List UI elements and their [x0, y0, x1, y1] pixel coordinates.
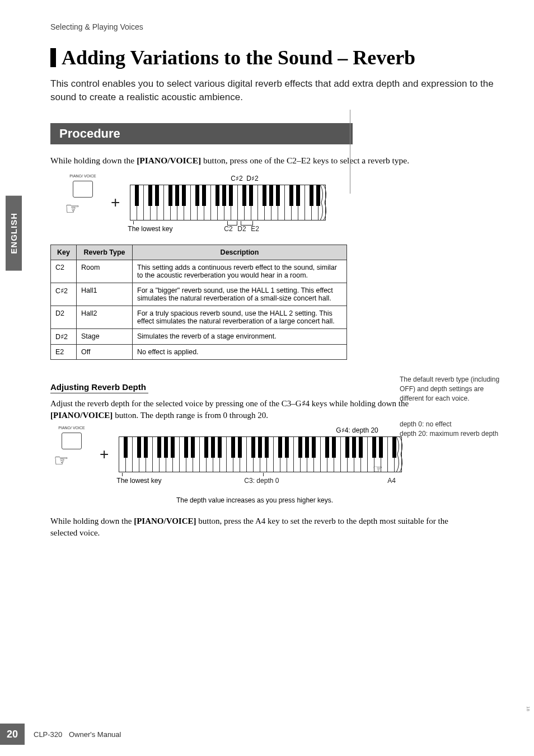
keyboard-break-icon — [319, 182, 329, 223]
white-key — [198, 185, 204, 220]
white-key — [166, 437, 173, 472]
side-note-2: depth 0: no effect depth 20: maximum rev… — [400, 420, 500, 439]
white-key — [204, 185, 211, 220]
white-key — [334, 437, 341, 472]
cell-desc: Simulates the reverb of a stage environm… — [133, 329, 347, 345]
cell-type: Hall2 — [77, 306, 133, 329]
cell-key: D2 — [51, 306, 77, 329]
white-key — [258, 185, 265, 220]
white-key — [280, 437, 287, 472]
lowest-key-label: The lowest key — [128, 225, 172, 233]
cell-key: C♯2 — [51, 283, 77, 306]
procedure-post: button, press one of the C2–E2 keys to s… — [201, 156, 409, 165]
button-box-icon — [73, 181, 93, 198]
white-key — [301, 437, 307, 472]
button-small-label: PIANO/ VOICE — [68, 174, 98, 178]
procedure-pre: While holding down the — [50, 156, 137, 165]
white-key — [191, 185, 198, 220]
cell-key: C2 — [51, 260, 77, 283]
white-key — [274, 437, 280, 472]
white-key — [327, 437, 334, 472]
white-key — [233, 437, 240, 472]
label-e2: E2 — [251, 225, 259, 233]
white-key — [220, 437, 227, 472]
white-key — [251, 185, 258, 220]
white-key — [184, 185, 191, 220]
white-key — [193, 437, 200, 472]
white-key — [231, 185, 238, 220]
plus-icon-2: + — [100, 445, 109, 463]
white-key — [139, 437, 146, 472]
procedure-btn: [PIANO/VOICE] — [137, 156, 201, 165]
white-key — [265, 185, 271, 220]
th-desc: Description — [133, 245, 347, 260]
table-row: C♯2Hall1For a "bigger" reverb sound, use… — [51, 283, 347, 306]
label-csharp2: C♯2 — [231, 175, 242, 182]
depth-text: Adjust the reverb depth for the selected… — [50, 398, 453, 421]
label-d2: D2 — [237, 225, 246, 233]
cell-key: D♯2 — [51, 329, 77, 345]
white-key — [146, 437, 153, 472]
white-key — [200, 437, 207, 472]
cell-desc: For a truly spacious reverb sound, use t… — [133, 306, 347, 329]
depth-btn: [PIANO/VOICE] — [50, 411, 113, 420]
white-key — [307, 437, 314, 472]
white-key — [354, 437, 361, 472]
white-key — [245, 185, 251, 220]
hand-icon-a4: ☞ — [373, 462, 383, 476]
white-key — [247, 437, 254, 472]
model-name: CLP-320 — [34, 730, 62, 739]
table-row: C2RoomThis setting adds a continuous rev… — [51, 260, 347, 283]
white-key — [267, 437, 274, 472]
post-figure-text: While holding down the [PIANO/VOICE] but… — [50, 515, 453, 539]
white-key — [271, 185, 278, 220]
side-column: The default reverb type (including OFF) … — [400, 375, 500, 456]
white-key — [211, 185, 218, 220]
white-key — [254, 437, 260, 472]
tick — [133, 221, 134, 224]
depth-caption: The depth value increases as you press h… — [104, 496, 406, 504]
th-type: Reverb Type — [77, 245, 133, 260]
page-title: Adding Variations to the Sound – Reverb — [62, 46, 415, 69]
white-key — [157, 185, 164, 220]
keyboard-diagram-1 — [130, 185, 326, 220]
cell-desc: No effect is applied. — [133, 345, 347, 360]
side-note-1: The default reverb type (including OFF) … — [400, 375, 500, 403]
tick-c3 — [263, 473, 264, 476]
keyboard-figure-1: PIANO/ VOICE ☞ + C♯2 D♯2 The lowest key … — [62, 177, 500, 228]
hand-icon: ☞ — [65, 199, 80, 218]
white-key — [186, 437, 193, 472]
reverb-table: Key Reverb Type Description C2RoomThis s… — [50, 245, 347, 360]
white-key — [227, 437, 233, 472]
hand-icon-2: ☞ — [54, 450, 69, 470]
white-key — [180, 437, 186, 472]
tick — [122, 473, 123, 476]
white-key — [238, 185, 245, 220]
depth-underline — [50, 393, 148, 393]
white-key — [314, 437, 321, 472]
cell-desc: For a "bigger" reverb sound, use the HAL… — [133, 283, 347, 306]
cell-type: Off — [77, 345, 133, 360]
white-key — [341, 437, 348, 472]
white-key — [312, 185, 318, 220]
cell-desc: This setting adds a continuous reverb ef… — [133, 260, 347, 283]
depth-post: button. The depth range is from 0 throug… — [113, 411, 268, 420]
white-key — [305, 185, 312, 220]
white-key — [388, 437, 395, 472]
white-key — [213, 437, 220, 472]
white-key — [119, 437, 126, 472]
white-key — [348, 437, 354, 472]
label-c3: C3: depth 0 — [244, 477, 279, 485]
white-key — [240, 437, 247, 472]
post-pre: While holding down the — [50, 516, 134, 525]
procedure-text: While holding down the [PIANO/VOICE] but… — [50, 154, 453, 167]
th-key: Key — [51, 245, 77, 260]
keyboard-diagram-2 — [119, 436, 402, 472]
tiny-side-number: 18 — [526, 706, 531, 711]
page-number: 20 — [0, 724, 25, 745]
label-c2: C2 — [224, 225, 232, 233]
white-key — [260, 437, 267, 472]
piano-voice-button-icon: PIANO/ VOICE ☞ — [62, 177, 101, 228]
white-key — [130, 185, 137, 220]
language-tab: ENGLISH — [6, 196, 22, 271]
